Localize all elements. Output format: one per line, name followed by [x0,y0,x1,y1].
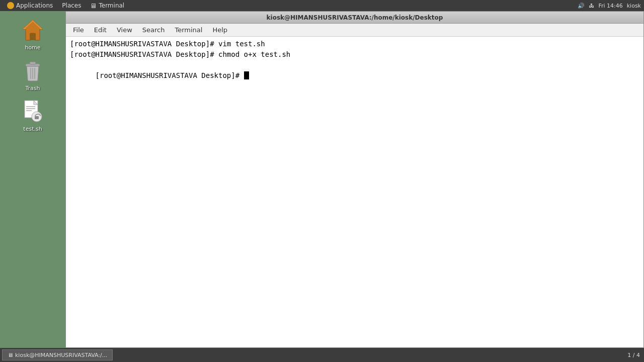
taskbar-pages: 1 / 4 [627,352,642,358]
svg-rect-14 [35,116,39,119]
terminal-menubar: File Edit View Search Terminal Help [66,24,643,37]
top-bar-left: Applications Places 🖥 Terminal [3,1,128,11]
datetime: Fri 14:46 [598,3,622,9]
top-bar: Applications Places 🖥 Terminal 🔊 🖧 Fri 1… [0,0,644,11]
menu-terminal[interactable]: Terminal [170,25,207,35]
places-label: Places [62,2,81,9]
menu-help[interactable]: Help [207,25,232,35]
terminal-label: Terminal [99,2,124,9]
terminal-title: kiosk@HIMANSHUSRIVASTAVA:/home/kiosk/Des… [267,14,443,21]
home-icon-label: home [25,44,40,51]
trash-icon-label: Trash [25,85,40,92]
testsh-icon-label: test.sh [23,126,42,132]
svg-rect-1 [30,33,36,40]
svg-rect-4 [30,62,36,64]
taskbar: 🖥 kiosk@HIMANSHUSRIVASTAVA:/... 1 / 4 [0,348,644,362]
desktop: home Trash [0,11,65,348]
network-icon[interactable]: 🖧 [589,3,594,9]
taskbar-terminal-icon: 🖥 [8,352,13,358]
desktop-icon-testsh[interactable]: test.sh [10,97,55,135]
cursor [244,71,249,79]
desktop-icon-home[interactable]: home [10,15,55,54]
terminal-titlebar: kiosk@HIMANSHUSRIVASTAVA:/home/kiosk/Des… [66,12,643,24]
term-line-1: [root@HIMANSHUSRIVASTAVA Desktop]# vim t… [70,39,639,49]
menu-edit[interactable]: Edit [89,25,112,35]
taskbar-terminal-task[interactable]: 🖥 kiosk@HIMANSHUSRIVASTAVA:/... [2,349,113,360]
places-menu[interactable]: Places [58,1,85,10]
volume-icon[interactable]: 🔊 [578,3,585,9]
applications-menu[interactable]: Applications [3,1,57,10]
app-icon [7,2,14,9]
script-icon [21,100,45,124]
term-line-3: [root@HIMANSHUSRIVASTAVA Desktop]# [70,60,639,92]
user-label: kiosk [627,3,641,9]
home-icon [21,18,45,42]
menu-file[interactable]: File [68,25,89,35]
top-bar-right: 🔊 🖧 Fri 14:46 kiosk [578,3,641,9]
menu-search[interactable]: Search [137,25,170,35]
trash-icon [21,59,45,83]
taskbar-task-label: kiosk@HIMANSHUSRIVASTAVA:/... [15,352,107,358]
applications-label: Applications [16,2,53,9]
terminal-content[interactable]: [root@HIMANSHUSRIVASTAVA Desktop]# vim t… [66,37,643,347]
terminal-window: kiosk@HIMANSHUSRIVASTAVA:/home/kiosk/Des… [65,11,644,348]
terminal-menu[interactable]: 🖥 Terminal [86,1,128,11]
desktop-icon-trash[interactable]: Trash [10,56,55,95]
menu-view[interactable]: View [112,25,137,35]
term-line-2: [root@HIMANSHUSRIVASTAVA Desktop]# chmod… [70,49,639,60]
